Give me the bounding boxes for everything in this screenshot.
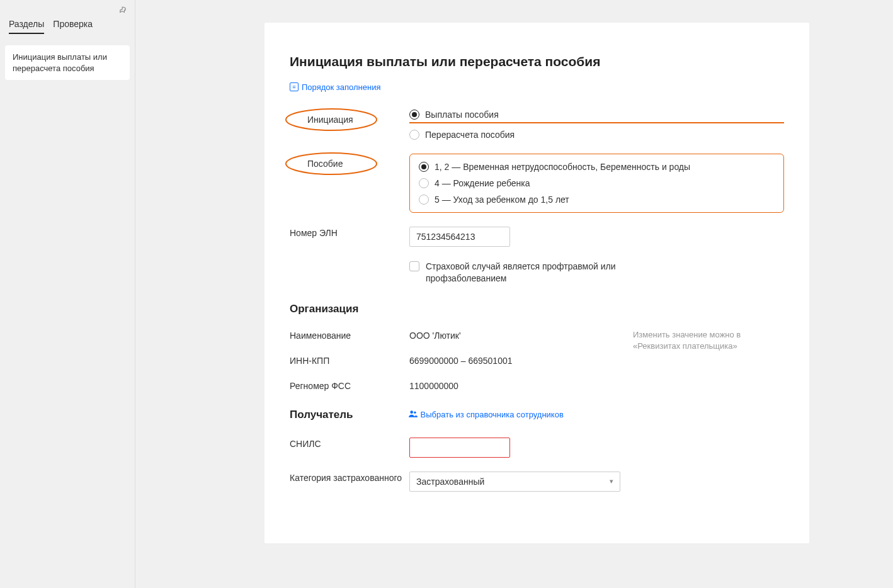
tab-check[interactable]: Проверка [53,19,93,34]
label-initiation-text: Инициация [307,115,353,125]
row-eln: Номер ЭЛН [290,227,784,247]
people-icon [409,410,418,419]
row-regnum: Регномер ФСС 1100000000 [290,380,784,391]
radio-benefit-5[interactable]: 5 — Уход за ребенком до 1,5 лет [419,195,775,205]
radio-label: Выплаты пособия [425,110,499,120]
pin-icon[interactable] [118,6,127,17]
radio-dot-icon [419,178,429,188]
sidebar-item-initiation[interactable]: Инициация выплаты или перерасчета пособи… [5,45,130,80]
row-snils: СНИЛС [290,438,784,458]
hint-org: Изменить значение можно в «Реквизитах пл… [633,329,778,352]
radio-dot-icon [409,130,419,140]
label-initiation: Инициация [290,110,409,128]
value-regnum: 1100000000 [409,380,784,391]
row-org-name: Наименование ООО 'Лютик' Изменить значен… [290,329,784,341]
eln-input[interactable] [409,227,510,247]
heading-organization: Организация [290,303,784,315]
snils-input[interactable] [409,438,510,458]
label-benefit: Пособие [290,154,409,172]
svg-point-2 [410,411,413,414]
value-inn-kpp: 6699000000 – 669501001 [409,354,784,366]
label-inn-kpp: ИНН-КПП [290,354,409,366]
form-card: Инициация выплаты или перерасчета пособи… [264,23,809,543]
help-link[interactable]: ≡ Порядок заполнения [290,82,380,92]
label-benefit-text: Пособие [307,159,343,169]
heading-recipient: Получатель [290,409,353,421]
radio-group-benefit: 1, 2 — Временная нетрудоспособность, Бер… [409,154,784,213]
radio-initiation-recalc[interactable]: Перерасчета пособия [409,130,784,140]
radio-dot-icon [419,162,429,172]
category-select-value: Застрахованный [416,477,484,487]
radio-benefit-4[interactable]: 4 — Рождение ребенка [419,178,775,188]
radio-label: 1, 2 — Временная нетрудоспособность, Бер… [435,162,690,172]
sidebar: Разделы Проверка Инициация выплаты или п… [0,0,135,588]
select-employee-label: Выбрать из справочника сотрудников [421,410,564,419]
document-icon: ≡ [290,82,299,91]
radio-group-initiation: Выплаты пособия Перерасчета пособия [409,110,784,140]
label-regnum: Регномер ФСС [290,380,409,391]
row-insurance-case: Страховой случай является профтравмой ил… [290,261,784,285]
recipient-header: Получатель Выбрать из справочника сотруд… [290,409,784,421]
page-title: Инициация выплаты или перерасчета пособи… [290,54,784,69]
radio-dot-icon [409,110,419,120]
row-benefit: Пособие 1, 2 — Временная нетрудоспособно… [290,154,784,213]
radio-label: Перерасчета пособия [425,130,515,140]
row-category: Категория застрахованного Застрахованный… [290,472,784,492]
radio-label: 4 — Рождение ребенка [435,178,530,188]
main-area: Инициация выплаты или перерасчета пособи… [135,0,893,588]
radio-dot-icon [419,195,429,205]
chevron-down-icon: ▾ [610,477,613,485]
row-initiation: Инициация Выплаты пособия Перерасчета по… [290,110,784,140]
radio-label: 5 — Уход за ребенком до 1,5 лет [435,195,569,205]
label-org-name: Наименование [290,329,409,341]
svg-point-3 [414,412,416,414]
category-select[interactable]: Застрахованный ▾ [409,472,620,492]
radio-benefit-1-2[interactable]: 1, 2 — Временная нетрудоспособность, Бер… [419,162,775,172]
tab-sections[interactable]: Разделы [9,19,44,34]
help-link-label: Порядок заполнения [302,82,380,92]
radio-initiation-payment[interactable]: Выплаты пособия [409,110,499,120]
insurance-case-label: Страховой случай является профтравмой ил… [426,261,623,285]
label-category: Категория застрахованного [290,472,409,483]
label-eln: Номер ЭЛН [290,227,409,238]
row-inn-kpp: ИНН-КПП 6699000000 – 669501001 [290,354,784,366]
label-snils: СНИЛС [290,438,409,449]
select-employee-link[interactable]: Выбрать из справочника сотрудников [409,410,564,419]
sidebar-tabs: Разделы Проверка [4,5,131,40]
insurance-case-checkbox[interactable] [409,261,419,271]
